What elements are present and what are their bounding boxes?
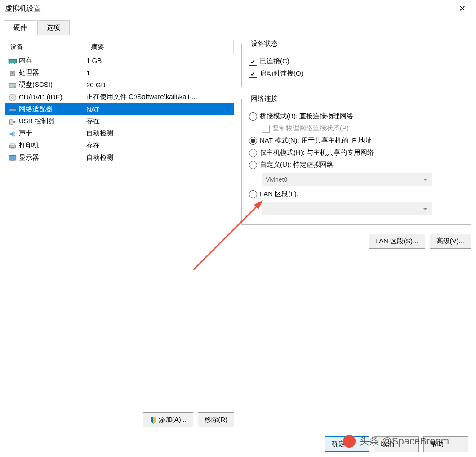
nat-radio[interactable] bbox=[249, 137, 257, 145]
tab-options[interactable]: 选项 bbox=[37, 20, 70, 35]
tab-bar: 硬件 选项 bbox=[0, 17, 476, 35]
add-button[interactable]: 添加(A)... bbox=[143, 412, 194, 427]
svg-rect-15 bbox=[13, 121, 15, 123]
custom-network-select: VMnet0 bbox=[262, 173, 432, 186]
device-status-legend: 设备状态 bbox=[249, 40, 280, 48]
cd-icon bbox=[8, 93, 17, 101]
nat-label: NAT 模式(N): 用于共享主机的 IP 地址 bbox=[260, 136, 372, 145]
connected-checkbox[interactable] bbox=[249, 58, 257, 66]
connect-on-start-label: 启动时连接(O) bbox=[260, 69, 303, 78]
replicate-checkbox bbox=[262, 125, 270, 133]
custom-label: 自定义(U): 特定虚拟网络 bbox=[260, 161, 334, 169]
window-title: 虚拟机设置 bbox=[5, 4, 453, 13]
shield-icon bbox=[150, 417, 157, 424]
sound-icon bbox=[8, 130, 17, 138]
list-item[interactable]: 打印机存在 bbox=[5, 139, 234, 152]
watermark: 头条 @SpaceBroom bbox=[343, 435, 449, 448]
watermark-logo-icon bbox=[343, 435, 356, 448]
hostonly-label: 仅主机模式(H): 与主机共享的专用网络 bbox=[260, 148, 374, 157]
device-name: 内存 bbox=[19, 56, 86, 65]
svg-rect-3 bbox=[13, 63, 13, 64]
device-summary: 1 bbox=[86, 69, 234, 76]
network-icon bbox=[8, 105, 17, 113]
hdd-icon bbox=[8, 81, 17, 89]
printer-icon bbox=[8, 142, 17, 150]
svg-rect-17 bbox=[11, 143, 14, 145]
watermark-text: 头条 @SpaceBroom bbox=[359, 435, 449, 448]
connect-on-start-checkbox[interactable] bbox=[249, 70, 257, 78]
connected-label: 已连接(C) bbox=[260, 57, 289, 66]
svg-rect-19 bbox=[9, 155, 16, 160]
cpu-icon bbox=[8, 69, 17, 77]
lan-segments-button[interactable]: LAN 区段(S)... bbox=[369, 234, 425, 249]
device-summary: 正在使用文件 C:\Software\kaili\kali-... bbox=[86, 93, 234, 101]
device-name: 处理器 bbox=[19, 68, 86, 77]
lan-segment-select bbox=[262, 202, 432, 215]
header-summary[interactable]: 摘要 bbox=[86, 40, 234, 54]
custom-radio[interactable] bbox=[249, 161, 257, 169]
svg-rect-13 bbox=[14, 111, 15, 112]
bridged-label: 桥接模式(B): 直接连接物理网络 bbox=[260, 112, 353, 121]
titlebar: 虚拟机设置 ✕ bbox=[0, 0, 476, 17]
network-legend: 网络连接 bbox=[249, 94, 280, 103]
svg-rect-4 bbox=[14, 63, 15, 64]
list-item[interactable]: 显示器自动检测 bbox=[5, 152, 234, 164]
device-name: 硬盘(SCSI) bbox=[19, 81, 86, 89]
device-name: USB 控制器 bbox=[19, 117, 86, 125]
svg-point-8 bbox=[14, 86, 16, 87]
remove-button[interactable]: 移除(R) bbox=[198, 412, 234, 427]
hostonly-radio[interactable] bbox=[249, 149, 257, 157]
list-item[interactable]: USB 控制器存在 bbox=[5, 115, 234, 127]
device-summary: 存在 bbox=[86, 117, 234, 125]
device-name: 显示器 bbox=[19, 153, 86, 162]
list-item[interactable]: CD/DVD (IDE)正在使用文件 C:\Software\kaili\kal… bbox=[5, 91, 234, 103]
svg-rect-20 bbox=[12, 160, 14, 161]
device-name: 声卡 bbox=[19, 129, 86, 138]
header-device[interactable]: 设备 bbox=[5, 40, 86, 54]
lan-radio[interactable] bbox=[249, 190, 257, 198]
list-item[interactable]: 声卡自动检测 bbox=[5, 127, 234, 139]
memory-icon bbox=[8, 57, 17, 65]
svg-rect-11 bbox=[9, 108, 16, 111]
list-item[interactable]: 硬盘(SCSI)20 GB bbox=[5, 79, 234, 91]
bridged-radio[interactable] bbox=[249, 112, 257, 121]
svg-rect-0 bbox=[9, 59, 17, 63]
svg-rect-12 bbox=[10, 111, 12, 112]
device-summary: 存在 bbox=[86, 141, 234, 150]
device-name: 打印机 bbox=[19, 141, 86, 150]
tab-hardware[interactable]: 硬件 bbox=[4, 20, 36, 35]
svg-rect-18 bbox=[11, 147, 14, 149]
advanced-button[interactable]: 高级(V)... bbox=[430, 234, 472, 249]
device-list: 设备 摘要 内存1 GB处理器1硬盘(SCSI)20 GBCD/DVD (IDE… bbox=[5, 40, 234, 408]
svg-point-10 bbox=[12, 97, 13, 99]
add-button-label: 添加(A)... bbox=[159, 416, 187, 424]
svg-rect-6 bbox=[12, 72, 14, 74]
device-summary: NAT bbox=[86, 105, 234, 113]
close-icon[interactable]: ✕ bbox=[453, 2, 471, 15]
display-icon bbox=[8, 154, 17, 162]
custom-network-value: VMnet0 bbox=[266, 176, 287, 183]
svg-rect-1 bbox=[9, 63, 10, 64]
list-header: 设备 摘要 bbox=[5, 40, 234, 54]
device-summary: 20 GB bbox=[86, 81, 234, 89]
network-connection-group: 网络连接 桥接模式(B): 直接连接物理网络 复制物理网络连接状态(P) NAT… bbox=[241, 94, 471, 225]
svg-rect-2 bbox=[11, 63, 11, 64]
device-summary: 1 GB bbox=[86, 57, 234, 64]
list-item[interactable]: 网络适配器NAT bbox=[5, 103, 234, 115]
device-status-group: 设备状态 已连接(C) 启动时连接(O) bbox=[241, 40, 471, 87]
list-item[interactable]: 内存1 GB bbox=[5, 54, 234, 67]
replicate-label: 复制物理网络连接状态(P) bbox=[272, 124, 349, 133]
list-item[interactable]: 处理器1 bbox=[5, 67, 234, 79]
svg-rect-14 bbox=[10, 120, 13, 124]
lan-label: LAN 区段(L): bbox=[260, 190, 298, 198]
usb-icon bbox=[8, 117, 17, 125]
device-name: 网络适配器 bbox=[19, 105, 86, 113]
device-name: CD/DVD (IDE) bbox=[19, 93, 86, 101]
device-summary: 自动检测 bbox=[86, 153, 234, 162]
device-summary: 自动检测 bbox=[86, 129, 234, 138]
